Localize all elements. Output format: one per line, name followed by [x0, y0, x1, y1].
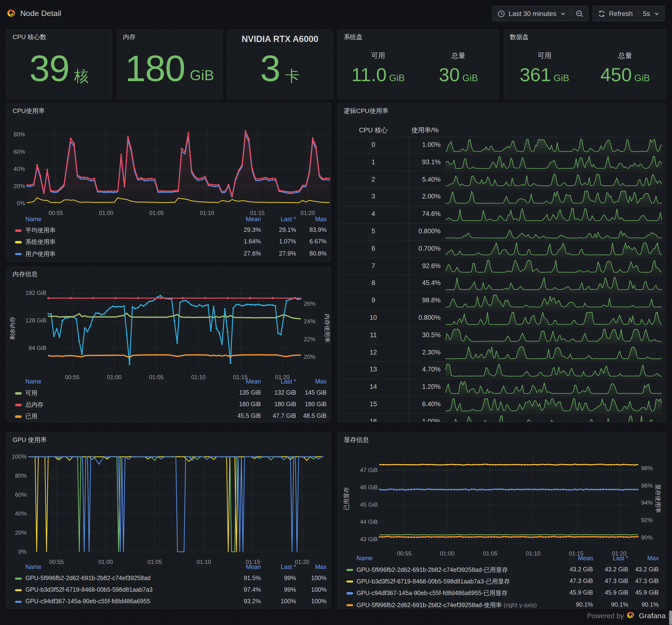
series-point [104, 190, 105, 192]
grafana-dashboard: Node Detail Last 30 minutes [0, 0, 672, 625]
time-range-picker[interactable]: Last 30 minutes [493, 6, 571, 21]
series-point [608, 488, 610, 490]
legend-series-label[interactable]: GPU-5f996fb2-2d62-691b-2b82-c74ef39258ad… [357, 601, 537, 608]
legend-series-label[interactable]: 平均使用率 [25, 226, 55, 235]
x-axis-tick: 01:05 [148, 558, 162, 565]
stat-panel-title-memory[interactable]: 内存 [123, 32, 136, 41]
table-cell-usage: 6.40% [338, 401, 440, 408]
series-point [97, 190, 99, 192]
series-point [271, 177, 273, 179]
clock-icon [498, 10, 505, 17]
legend-series-label[interactable]: GPU-b3d3f52f-6719-8468-00b5-598d81aab7a3 [25, 586, 153, 593]
legend-series-label[interactable]: 系统使用率 [25, 238, 55, 246]
series-point [442, 488, 443, 490]
series-point [274, 305, 276, 307]
series-point [619, 489, 621, 490]
series-point [637, 488, 639, 490]
series-point [427, 536, 429, 537]
stat-unit: GiB [190, 68, 214, 82]
series-point [416, 536, 418, 538]
legend-series-label[interactable]: 已用 [25, 412, 38, 421]
series-point [196, 306, 198, 307]
legend-col-header[interactable]: Mean [222, 216, 261, 223]
series-point [456, 488, 458, 490]
table-col-header-usage[interactable]: 使用率/% [409, 126, 441, 135]
series-point [315, 145, 317, 147]
legend-col-header[interactable]: Name [357, 555, 373, 562]
legend-series-label[interactable]: 可用 [25, 389, 38, 398]
legend-col-header[interactable]: Max [288, 564, 327, 571]
series-point [118, 306, 119, 307]
series-point [450, 536, 452, 537]
legend-series-label[interactable]: GPU-5f996fb2-2d62-691b-2b82-c74ef39258ad [25, 575, 150, 581]
stat-panel-system-disk: 系统盘可用11.0GiB总量30GiB [337, 29, 499, 99]
series-point [235, 304, 237, 306]
legend-col-header[interactable]: Max [288, 216, 327, 223]
legend-col-header[interactable]: Mean [222, 564, 261, 571]
series-point [384, 536, 386, 537]
series-point [608, 536, 610, 538]
series-point [536, 536, 538, 537]
chart-mem: 64 GiB128 GiB192 GiB20%22%24%26%00:5501:… [7, 267, 331, 422]
legend-col-header[interactable]: Max [288, 378, 327, 385]
sparkline-fill [445, 230, 662, 240]
legend-series-label[interactable]: GPU-5f996fb2-2d62-691b-2b82-c74ef39258ad… [357, 566, 508, 574]
series-point [80, 176, 82, 178]
table-col-header-core[interactable]: CPU 核心 [338, 126, 409, 135]
series-point [565, 488, 567, 490]
grafana-brand-link[interactable]: Grafana [639, 611, 666, 620]
grafana-logo-icon[interactable] [7, 9, 17, 18]
refresh-interval-picker[interactable]: 5s [638, 6, 664, 21]
legend-value: 145 GiB [283, 389, 327, 396]
series-point [131, 306, 133, 308]
series-point [174, 190, 176, 192]
legend-series-label[interactable]: GPU-b3d3f52f-6719-8468-00b5-598d81aab7a3… [357, 578, 510, 586]
series-point [508, 488, 509, 490]
series-point [473, 488, 475, 490]
series-point [562, 488, 564, 490]
powered-by-footer: Powered by Grafana [587, 611, 666, 620]
series-point [205, 305, 206, 306]
series-point [459, 488, 461, 490]
legend-col-header[interactable]: Name [25, 564, 42, 571]
series-point [154, 178, 155, 180]
sparkline [445, 396, 662, 413]
stat-number: 30 [439, 64, 460, 85]
legend-col-header[interactable]: Name [25, 216, 42, 223]
series-point [70, 138, 72, 139]
legend-series-label[interactable]: GPU-c94df367-145a-90eb-c55f-fd8d486a6955 [25, 598, 150, 604]
panel-gpu: GPU 使用率0%20%40%60%80%100%00:5501:0001:05… [6, 432, 331, 608]
legend-swatch [15, 253, 22, 255]
stat-panel-title-gpu-model[interactable]: NVIDIA RTX A6000 [227, 34, 332, 44]
series-point [399, 536, 401, 537]
panel-mem: 内存信息64 GiB128 GiB192 GiB20%22%24%26%00:5… [6, 266, 331, 422]
series-point [625, 536, 627, 537]
legend-series-label[interactable]: GPU-c94df367-145a-90eb-c55f-fd8d486a6955… [357, 590, 507, 598]
y-axis-tick: 100% [12, 453, 27, 460]
series-point [94, 177, 95, 179]
page-scrollbar-thumb[interactable] [669, 610, 672, 625]
series-point [519, 536, 521, 537]
x-axis-tick: 01:00 [98, 558, 113, 565]
legend-col-header[interactable]: Mean [554, 555, 593, 562]
series-point [416, 488, 418, 490]
refresh-button[interactable]: Refresh [593, 6, 638, 21]
series-point [157, 190, 159, 192]
series-point [381, 489, 383, 490]
legend-series-label[interactable]: 总内存 [25, 401, 44, 409]
series-point [288, 191, 290, 193]
panel-title-logicalcpu[interactable]: 逻辑CPU使用率 [344, 106, 388, 115]
legend-col-header[interactable]: Name [25, 378, 42, 385]
legend-series-label[interactable]: 用户使用率 [25, 250, 55, 258]
series-fill [27, 131, 330, 203]
legend-col-header[interactable]: Mean [222, 378, 261, 385]
legend-swatch [346, 604, 353, 606]
series-point [87, 330, 89, 332]
legend-col-header[interactable]: Max [620, 555, 659, 562]
zoom-out-button[interactable] [570, 6, 588, 21]
series-point [249, 304, 251, 305]
series-point [556, 536, 558, 537]
stat-panel-title-cpu-cores[interactable]: CPU 核心数 [13, 32, 46, 41]
series-point [210, 330, 212, 331]
series-point [221, 343, 223, 345]
